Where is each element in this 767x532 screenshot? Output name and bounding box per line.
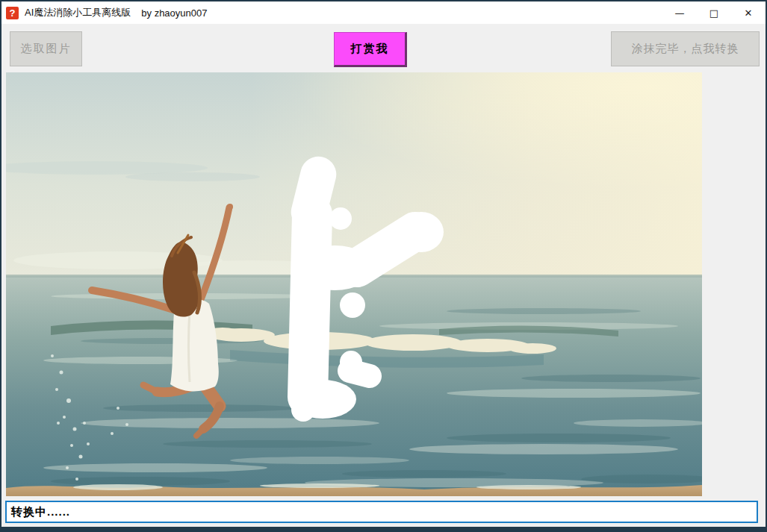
- close-button[interactable]: ✕: [731, 1, 766, 24]
- status-field[interactable]: 转换中......: [5, 501, 758, 523]
- window-title-byline: by zhaoyun007: [141, 7, 207, 19]
- select-image-label: 选取图片: [21, 42, 72, 56]
- convert-label: 涂抹完毕，点我转换: [632, 42, 739, 56]
- convert-button[interactable]: 涂抹完毕，点我转换: [611, 31, 760, 66]
- minimize-icon: —: [675, 7, 685, 19]
- app-window: ? AI魔法消除小工具离线版 by zhaoyun007 — □ ✕ 选取图片 …: [0, 0, 767, 532]
- status-text: 转换中......: [11, 505, 70, 519]
- maximize-button[interactable]: □: [697, 1, 731, 24]
- minimize-button[interactable]: —: [662, 1, 697, 24]
- close-icon: ✕: [745, 7, 753, 19]
- question-mark-icon: ?: [10, 7, 16, 19]
- image-canvas[interactable]: [6, 72, 702, 496]
- donate-button[interactable]: 打赏我: [334, 32, 407, 67]
- window-controls: — □ ✕: [662, 1, 766, 24]
- select-image-button[interactable]: 选取图片: [10, 31, 82, 66]
- app-icon: ?: [6, 7, 19, 19]
- title-bar: ? AI魔法消除小工具离线版 by zhaoyun007 — □ ✕: [1, 1, 766, 24]
- window-title: AI魔法消除小工具离线版: [25, 6, 131, 19]
- maximize-icon: □: [709, 7, 718, 19]
- donate-label: 打赏我: [351, 42, 389, 56]
